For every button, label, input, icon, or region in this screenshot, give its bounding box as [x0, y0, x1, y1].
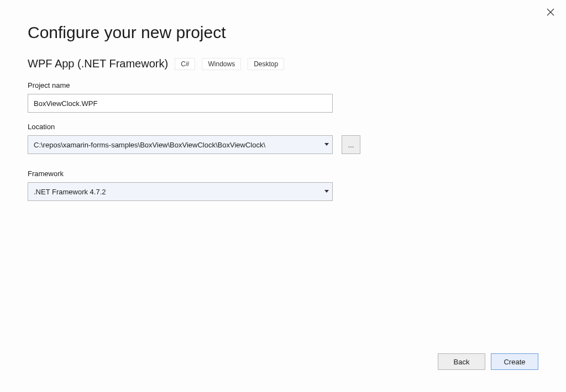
framework-label: Framework [28, 169, 538, 178]
location-combobox[interactable]: C:\repos\xamarin-forms-samples\BoxView\B… [28, 135, 333, 154]
main-content: Configure your new project WPF App (.NET… [0, 0, 566, 201]
browse-button[interactable]: ... [342, 135, 360, 154]
browse-label: ... [348, 141, 354, 149]
framework-combobox[interactable]: .NET Framework 4.7.2 [28, 182, 333, 201]
tag-windows: Windows [202, 58, 241, 70]
framework-group: Framework .NET Framework 4.7.2 [28, 169, 538, 201]
page-title: Configure your new project [28, 23, 538, 42]
close-icon [547, 8, 554, 16]
close-button[interactable] [545, 7, 556, 18]
project-name-input[interactable] [28, 94, 333, 113]
chevron-down-icon [321, 183, 332, 200]
location-row: C:\repos\xamarin-forms-samples\BoxView\B… [28, 135, 538, 154]
project-name-label: Project name [28, 81, 538, 89]
subtitle-row: WPF App (.NET Framework) C# Windows Desk… [28, 57, 538, 70]
location-value: C:\repos\xamarin-forms-samples\BoxView\B… [28, 141, 321, 149]
framework-value: .NET Framework 4.7.2 [28, 188, 321, 196]
location-label: Location [28, 123, 538, 131]
chevron-down-icon [321, 136, 332, 153]
location-group: Location C:\repos\xamarin-forms-samples\… [28, 123, 538, 154]
back-button[interactable]: Back [438, 353, 485, 370]
tag-csharp: C# [175, 58, 195, 70]
footer-buttons: Back Create [438, 353, 538, 370]
tag-desktop: Desktop [248, 58, 284, 70]
create-button[interactable]: Create [491, 353, 538, 370]
project-type-label: WPF App (.NET Framework) [28, 57, 168, 70]
project-name-group: Project name [28, 81, 538, 113]
